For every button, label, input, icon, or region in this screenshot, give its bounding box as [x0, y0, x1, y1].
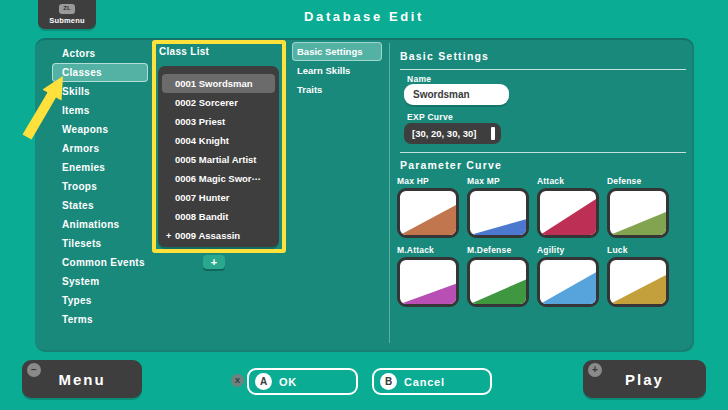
- class-list-item-0004-knight[interactable]: 0004 Knight: [162, 131, 275, 150]
- curve-triangle-icon: [400, 191, 456, 235]
- sidebar-item-label: States: [62, 200, 94, 211]
- class-list-item-label: 0005 Martial Artist: [175, 154, 257, 165]
- cancel-button[interactable]: B Cancel: [372, 368, 492, 395]
- param-curve-tile-attack[interactable]: [537, 188, 599, 238]
- add-class-button[interactable]: +: [203, 255, 225, 269]
- sidebar-item-label: Animations: [62, 219, 119, 230]
- sidebar-item-animations[interactable]: Animations: [52, 215, 148, 234]
- database-edit-screen: ZL Submenu Database Edit ActorsClassesSk…: [0, 0, 728, 410]
- class-list-item-0001-swordsman[interactable]: 0001 Swordsman: [162, 74, 275, 93]
- param-tile-label: Luck: [607, 245, 669, 255]
- param-cell-max-hp: Max HP: [397, 176, 459, 238]
- sidebar-item-actors[interactable]: Actors: [52, 44, 148, 63]
- sidebar-item-label: Tilesets: [62, 238, 101, 249]
- sidebar-item-common-events[interactable]: Common Events: [52, 253, 148, 272]
- page-title: Database Edit: [0, 9, 728, 24]
- sidebar-item-armors[interactable]: Armors: [52, 139, 148, 158]
- play-button-label: Play: [625, 371, 664, 388]
- sidebar: ActorsClassesSkillsItemsWeaponsArmorsEne…: [52, 44, 148, 329]
- class-list-item-0008-bandit[interactable]: 0008 Bandit: [162, 207, 275, 226]
- param-curve-tile-luck[interactable]: [607, 257, 669, 307]
- param-cell-max-mp: Max MP: [467, 176, 529, 238]
- curve-triangle-icon: [610, 260, 666, 304]
- param-curve-tile-max-hp[interactable]: [397, 188, 459, 238]
- sidebar-item-label: Actors: [62, 48, 95, 59]
- class-list-title: Class List: [159, 46, 209, 57]
- sidebar-item-types[interactable]: Types: [52, 291, 148, 310]
- class-list-item-0002-sorcerer[interactable]: 0002 Sorcerer: [162, 93, 275, 112]
- curve-triangle-icon: [540, 260, 596, 304]
- ok-button[interactable]: A OK: [247, 368, 358, 395]
- divider-line: [400, 152, 686, 153]
- minus-button-icon: −: [27, 363, 41, 377]
- exp-curve-cursor: [491, 127, 495, 140]
- sidebar-item-label: Common Events: [62, 257, 145, 268]
- class-list-item-label: 0007 Hunter: [175, 192, 229, 203]
- curve-triangle-icon: [540, 191, 596, 235]
- tab-learn-skills[interactable]: Learn Skills: [292, 61, 382, 80]
- param-tile-label: Defense: [607, 176, 669, 186]
- class-list-item-label: 0001 Swordsman: [175, 78, 253, 89]
- class-list: 0001 Swordsman0002 Sorcerer0003 Priest00…: [158, 66, 279, 247]
- class-list-item-0005-martial-artist[interactable]: 0005 Martial Artist: [162, 150, 275, 169]
- class-list-item-label: 0008 Bandit: [175, 211, 228, 222]
- param-tiles-row-2: M.AttackM.DefenseAgilityLuck: [397, 245, 669, 307]
- detail-pane: Basic Settings Name Swordsman EXP Curve …: [396, 38, 690, 352]
- class-list-item-0006-magic-swor[interactable]: 0006 Magic Swor⋯: [162, 169, 275, 188]
- param-curve-tile-m-attack[interactable]: [397, 257, 459, 307]
- class-list-item-0009-assassin[interactable]: +0009 Assassin: [162, 226, 275, 245]
- new-item-plus-icon: +: [166, 231, 171, 241]
- tab-basic-settings[interactable]: Basic Settings: [292, 42, 382, 61]
- param-tile-label: M.Attack: [397, 245, 459, 255]
- cancel-button-label: Cancel: [404, 376, 445, 388]
- param-tile-label: Max HP: [397, 176, 459, 186]
- vertical-divider: [389, 43, 390, 343]
- sidebar-item-weapons[interactable]: Weapons: [52, 120, 148, 139]
- sidebar-item-classes[interactable]: Classes: [52, 63, 148, 82]
- tab-traits[interactable]: Traits: [292, 80, 382, 99]
- sidebar-item-label: Terms: [62, 314, 93, 325]
- detail-pane-title: Basic Settings: [400, 50, 489, 62]
- sidebar-item-tilesets[interactable]: Tilesets: [52, 234, 148, 253]
- sidebar-item-troops[interactable]: Troops: [52, 177, 148, 196]
- class-list-item-0003-priest[interactable]: 0003 Priest: [162, 112, 275, 131]
- sidebar-item-items[interactable]: Items: [52, 101, 148, 120]
- name-input[interactable]: Swordsman: [404, 84, 509, 105]
- exp-curve-value: [30, 20, 30, 30]: [412, 128, 476, 139]
- curve-triangle-icon: [400, 260, 456, 304]
- plus-button-icon: +: [588, 363, 602, 377]
- param-curve-tile-defense[interactable]: [607, 188, 669, 238]
- sidebar-item-terms[interactable]: Terms: [52, 310, 148, 329]
- sidebar-item-label: Skills: [62, 86, 90, 97]
- play-button[interactable]: + Play: [583, 360, 706, 398]
- class-list-item-label: 0002 Sorcerer: [175, 97, 238, 108]
- param-curve-tile-max-mp[interactable]: [467, 188, 529, 238]
- sidebar-item-label: Weapons: [62, 124, 108, 135]
- class-list-item-label: 0009 Assassin: [175, 230, 240, 241]
- sidebar-item-label: System: [62, 276, 99, 287]
- param-tile-label: Agility: [537, 245, 599, 255]
- param-curve-tile-m-defense[interactable]: [467, 257, 529, 307]
- class-list-item-0007-hunter[interactable]: 0007 Hunter: [162, 188, 275, 207]
- sidebar-item-label: Classes: [62, 67, 102, 78]
- main-panel: ActorsClassesSkillsItemsWeaponsArmorsEne…: [35, 38, 694, 352]
- sidebar-item-label: Items: [62, 105, 90, 116]
- b-button-icon: B: [380, 373, 397, 390]
- curve-triangle-icon: [470, 191, 526, 235]
- sidebar-item-states[interactable]: States: [52, 196, 148, 215]
- param-cell-m-attack: M.Attack: [397, 245, 459, 307]
- menu-button-label: Menu: [58, 371, 105, 388]
- exp-curve-field[interactable]: [30, 20, 30, 30]: [404, 123, 501, 144]
- sidebar-item-label: Armors: [62, 143, 99, 154]
- sidebar-item-system[interactable]: System: [52, 272, 148, 291]
- param-curve-tile-agility[interactable]: [537, 257, 599, 307]
- divider-line: [400, 69, 686, 70]
- param-cell-defense: Defense: [607, 176, 669, 238]
- param-cell-agility: Agility: [537, 245, 599, 307]
- sidebar-item-skills[interactable]: Skills: [52, 82, 148, 101]
- x-button-icon: X: [231, 374, 244, 387]
- sidebar-item-label: Enemies: [62, 162, 105, 173]
- menu-button[interactable]: − Menu: [22, 360, 142, 398]
- sidebar-item-enemies[interactable]: Enemies: [52, 158, 148, 177]
- param-cell-m-defense: M.Defense: [467, 245, 529, 307]
